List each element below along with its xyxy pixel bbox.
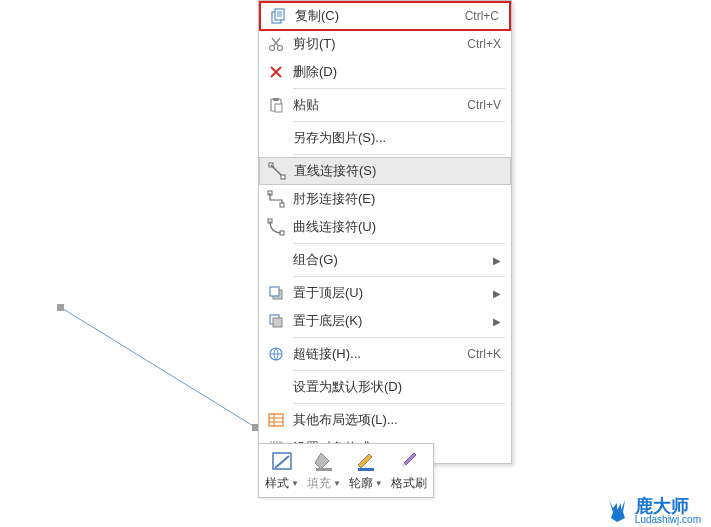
svg-point-6 xyxy=(270,46,275,51)
style-label: 样式 xyxy=(265,475,289,492)
separator xyxy=(293,121,505,122)
style-icon xyxy=(268,449,296,473)
menu-bring-front[interactable]: 置于顶层(U) ▶ xyxy=(259,279,511,307)
menu-straight-connector-label: 直线连接符(S) xyxy=(294,162,504,180)
caret-down-icon: ▼ xyxy=(333,479,341,488)
submenu-arrow-icon: ▶ xyxy=(493,316,501,327)
format-toolbar: 样式 ▼ 填充 ▼ 轮廓 ▼ 格式刷 xyxy=(258,443,434,498)
menu-layout-options[interactable]: 其他布局选项(L)... xyxy=(259,406,511,434)
deer-icon xyxy=(603,498,631,524)
separator xyxy=(293,403,505,404)
menu-cut-label: 剪切(T) xyxy=(293,35,467,53)
svg-rect-27 xyxy=(269,414,283,426)
menu-group[interactable]: 组合(G) ▶ xyxy=(259,246,511,274)
outline-button[interactable]: 轮廓 ▼ xyxy=(345,446,387,495)
scissors-icon xyxy=(265,33,287,55)
menu-set-default[interactable]: 设置为默认形状(D) xyxy=(259,373,511,401)
menu-set-default-label: 设置为默认形状(D) xyxy=(293,378,505,396)
menu-copy-label: 复制(C) xyxy=(295,7,465,25)
svg-rect-13 xyxy=(273,98,279,101)
watermark: 鹿大师 Ludashiwj.com xyxy=(603,497,701,525)
curved-connector-icon xyxy=(265,216,287,238)
menu-save-as-image[interactable]: 另存为图片(S)... xyxy=(259,124,511,152)
menu-group-label: 组合(G) xyxy=(293,251,493,269)
separator xyxy=(293,276,505,277)
menu-hyperlink[interactable]: 超链接(H)... Ctrl+K xyxy=(259,340,511,368)
separator xyxy=(293,337,505,338)
blank-icon xyxy=(265,127,287,149)
line-shape[interactable] xyxy=(55,302,275,432)
menu-cut-shortcut: Ctrl+X xyxy=(467,37,501,51)
fill-icon xyxy=(310,449,338,473)
paste-icon xyxy=(265,94,287,116)
send-back-icon xyxy=(265,310,287,332)
menu-save-as-image-label: 另存为图片(S)... xyxy=(293,129,505,147)
watermark-name: 鹿大师 xyxy=(635,497,701,515)
svg-rect-35 xyxy=(316,468,332,471)
delete-icon xyxy=(265,61,287,83)
line-handle-start[interactable] xyxy=(57,304,64,311)
elbow-connector-icon xyxy=(265,188,287,210)
separator xyxy=(293,154,505,155)
layout-icon xyxy=(265,409,287,431)
outline-icon xyxy=(352,449,380,473)
svg-rect-36 xyxy=(358,468,374,471)
format-painter-label: 格式刷 xyxy=(391,475,427,492)
menu-elbow-connector-label: 肘形连接符(E) xyxy=(293,190,505,208)
separator xyxy=(293,370,505,371)
svg-rect-23 xyxy=(270,287,279,296)
menu-send-back-label: 置于底层(K) xyxy=(293,312,493,330)
bring-front-icon xyxy=(265,282,287,304)
menu-paste-label: 粘贴 xyxy=(293,96,467,114)
svg-rect-25 xyxy=(273,318,282,327)
menu-layout-options-label: 其他布局选项(L)... xyxy=(293,411,505,429)
watermark-url: Ludashiwj.com xyxy=(635,515,701,525)
menu-cut[interactable]: 剪切(T) Ctrl+X xyxy=(259,30,511,58)
menu-send-back[interactable]: 置于底层(K) ▶ xyxy=(259,307,511,335)
format-painter-button[interactable]: 格式刷 xyxy=(387,446,431,495)
context-menu: 复制(C) Ctrl+C 剪切(T) Ctrl+X 删除(D) 粘贴 Ctrl+… xyxy=(258,0,512,464)
menu-hyperlink-label: 超链接(H)... xyxy=(293,345,467,363)
svg-line-8 xyxy=(274,38,281,46)
blank-icon xyxy=(265,249,287,271)
menu-copy[interactable]: 复制(C) Ctrl+C xyxy=(259,1,511,31)
blank-icon xyxy=(265,376,287,398)
svg-point-7 xyxy=(278,46,283,51)
outline-label: 轮廓 xyxy=(349,475,373,492)
hyperlink-icon xyxy=(265,343,287,365)
svg-rect-19 xyxy=(280,203,284,207)
submenu-arrow-icon: ▶ xyxy=(493,255,501,266)
fill-button[interactable]: 填充 ▼ xyxy=(303,446,345,495)
separator xyxy=(293,88,505,89)
menu-copy-shortcut: Ctrl+C xyxy=(465,9,499,23)
separator xyxy=(293,243,505,244)
menu-curved-connector[interactable]: 曲线连接符(U) xyxy=(259,213,511,241)
format-painter-icon xyxy=(395,449,423,473)
caret-down-icon: ▼ xyxy=(291,479,299,488)
copy-icon xyxy=(267,5,289,27)
menu-straight-connector[interactable]: 直线连接符(S) xyxy=(259,157,511,185)
svg-line-9 xyxy=(272,38,279,46)
caret-down-icon: ▼ xyxy=(375,479,383,488)
svg-rect-17 xyxy=(281,175,285,179)
menu-paste[interactable]: 粘贴 Ctrl+V xyxy=(259,91,511,119)
menu-paste-shortcut: Ctrl+V xyxy=(467,98,501,112)
menu-elbow-connector[interactable]: 肘形连接符(E) xyxy=(259,185,511,213)
fill-label: 填充 xyxy=(307,475,331,492)
menu-bring-front-label: 置于顶层(U) xyxy=(293,284,493,302)
menu-delete-label: 删除(D) xyxy=(293,63,505,81)
menu-delete[interactable]: 删除(D) xyxy=(259,58,511,86)
menu-hyperlink-shortcut: Ctrl+K xyxy=(467,347,501,361)
submenu-arrow-icon: ▶ xyxy=(493,288,501,299)
svg-line-0 xyxy=(60,307,255,427)
straight-connector-icon xyxy=(266,160,288,182)
style-button[interactable]: 样式 ▼ xyxy=(261,446,303,495)
menu-curved-connector-label: 曲线连接符(U) xyxy=(293,218,505,236)
svg-rect-21 xyxy=(280,231,284,235)
svg-rect-14 xyxy=(275,104,282,112)
